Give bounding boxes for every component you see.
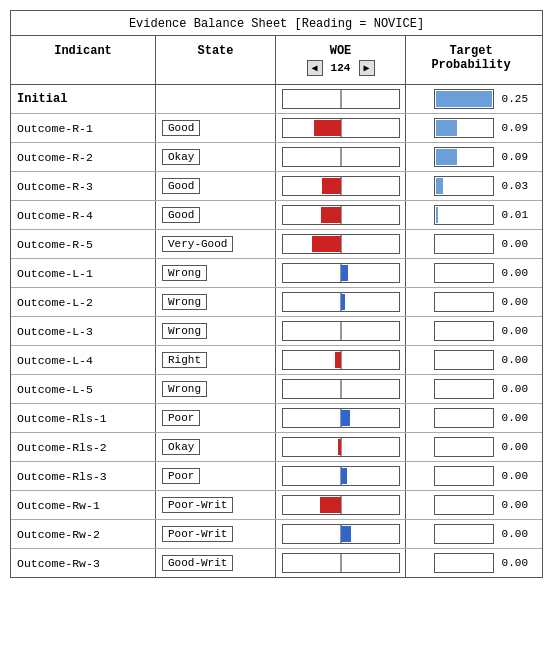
target-bar-container	[434, 437, 494, 457]
target-bar-container	[434, 466, 494, 486]
state-box: Good	[162, 120, 200, 136]
table-row: Outcome-L-3Wrong0.00	[11, 317, 542, 346]
woe-bar-container	[282, 437, 400, 457]
state-cell: Good-Writ	[156, 549, 276, 577]
target-cell: 0.00	[406, 317, 536, 345]
target-value: 0.00	[498, 412, 528, 424]
woe-cell	[276, 201, 406, 229]
table-row: Initial0.25	[11, 85, 542, 114]
table-row: Outcome-Rls-3Poor0.00	[11, 462, 542, 491]
woe-cell	[276, 259, 406, 287]
state-box: Okay	[162, 439, 200, 455]
indicant-cell: Outcome-L-3	[11, 317, 156, 345]
state-box: Poor-Writ	[162, 497, 233, 513]
woe-cell	[276, 375, 406, 403]
state-cell: Wrong	[156, 375, 276, 403]
woe-number: 124	[327, 62, 355, 74]
indicant-cell: Outcome-L-1	[11, 259, 156, 287]
table-row: Outcome-L-4Right0.00	[11, 346, 542, 375]
woe-bar-container	[282, 379, 400, 399]
target-value: 0.03	[498, 180, 528, 192]
state-box: Poor	[162, 468, 200, 484]
target-cell: 0.00	[406, 520, 536, 548]
woe-bar-fill	[314, 120, 340, 136]
state-box: Good-Writ	[162, 555, 233, 571]
woe-cell	[276, 288, 406, 316]
table-header: Indicant State WOE ◀ 124 ▶ Target Probab…	[11, 36, 542, 85]
target-value: 0.00	[498, 354, 528, 366]
woe-cell	[276, 230, 406, 258]
target-bar-fill	[436, 178, 443, 194]
header-target: Target Probability	[406, 36, 536, 84]
woe-center-line	[340, 148, 341, 166]
target-value: 0.00	[498, 383, 528, 395]
target-bar-container	[434, 147, 494, 167]
state-cell: Wrong	[156, 259, 276, 287]
indicant-cell: Outcome-Rls-2	[11, 433, 156, 461]
woe-bar-fill	[341, 410, 350, 426]
woe-cell	[276, 85, 406, 113]
indicant-cell: Outcome-R-2	[11, 143, 156, 171]
target-cell: 0.00	[406, 491, 536, 519]
table-body: Initial0.25Outcome-R-1Good0.09Outcome-R-…	[11, 85, 542, 577]
woe-bar-fill	[341, 265, 349, 281]
target-bar-container	[434, 205, 494, 225]
target-value: 0.00	[498, 528, 528, 540]
indicant-cell: Outcome-R-3	[11, 172, 156, 200]
woe-bar-fill	[312, 236, 341, 252]
state-box: Wrong	[162, 323, 207, 339]
woe-nav: ◀ 124 ▶	[307, 60, 375, 76]
target-value: 0.25	[498, 93, 528, 105]
state-cell	[156, 85, 276, 113]
woe-next-button[interactable]: ▶	[359, 60, 375, 76]
woe-bar-fill	[338, 439, 341, 455]
header-state: State	[156, 36, 276, 84]
state-box: Good	[162, 207, 200, 223]
state-box: Wrong	[162, 294, 207, 310]
table-row: Outcome-R-5Very-Good0.00	[11, 230, 542, 259]
target-cell: 0.00	[406, 288, 536, 316]
target-cell: 0.01	[406, 201, 536, 229]
indicant-cell: Outcome-R-5	[11, 230, 156, 258]
woe-cell	[276, 143, 406, 171]
woe-cell	[276, 172, 406, 200]
woe-center-line	[340, 554, 341, 572]
table-row: Outcome-Rw-1Poor-Writ0.00	[11, 491, 542, 520]
woe-bar-fill	[322, 178, 340, 194]
woe-bar-fill	[341, 468, 347, 484]
woe-bar-container	[282, 408, 400, 428]
state-cell: Wrong	[156, 288, 276, 316]
state-box: Okay	[162, 149, 200, 165]
table-row: Outcome-L-2Wrong0.00	[11, 288, 542, 317]
target-cell: 0.00	[406, 259, 536, 287]
woe-bar-container	[282, 466, 400, 486]
indicant-cell: Outcome-Rls-1	[11, 404, 156, 432]
state-box: Wrong	[162, 381, 207, 397]
woe-bar-container	[282, 495, 400, 515]
target-value: 0.00	[498, 557, 528, 569]
woe-bar-container	[282, 350, 400, 370]
target-bar-fill	[436, 207, 438, 223]
target-bar-container	[434, 495, 494, 515]
target-cell: 0.00	[406, 549, 536, 577]
woe-bar-container	[282, 263, 400, 283]
target-value: 0.09	[498, 122, 528, 134]
state-cell: Poor	[156, 404, 276, 432]
main-container: Evidence Balance Sheet [Reading = NOVICE…	[10, 10, 543, 578]
target-value: 0.00	[498, 441, 528, 453]
state-cell: Okay	[156, 433, 276, 461]
woe-bar-fill	[335, 352, 340, 368]
woe-bar-container	[282, 234, 400, 254]
state-cell: Poor-Writ	[156, 491, 276, 519]
table-row: Outcome-Rls-2Okay0.00	[11, 433, 542, 462]
woe-bar-container	[282, 524, 400, 544]
target-bar-container	[434, 553, 494, 573]
table-row: Outcome-R-1Good0.09	[11, 114, 542, 143]
woe-prev-button[interactable]: ◀	[307, 60, 323, 76]
woe-cell	[276, 404, 406, 432]
woe-cell	[276, 317, 406, 345]
target-cell: 0.00	[406, 433, 536, 461]
woe-center-line	[340, 322, 341, 340]
indicant-cell: Outcome-L-5	[11, 375, 156, 403]
state-box: Very-Good	[162, 236, 233, 252]
